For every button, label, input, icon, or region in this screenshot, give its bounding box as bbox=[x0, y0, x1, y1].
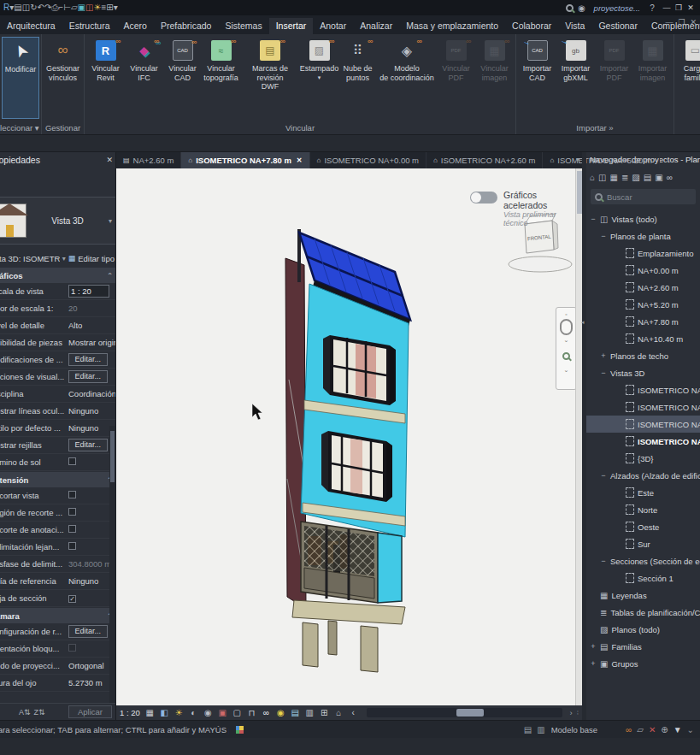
collapse-icon[interactable]: − bbox=[600, 557, 607, 565]
tree-item[interactable]: ≣Tablas de planificación/Cantidades (tod… bbox=[586, 604, 700, 621]
collapse-icon[interactable]: − bbox=[600, 471, 607, 480]
property-value[interactable]: Editar... bbox=[68, 370, 116, 383]
checkbox[interactable] bbox=[68, 508, 76, 516]
tree-item[interactable]: −Vistas 3D bbox=[586, 364, 700, 381]
tree-item[interactable]: ISOMETRICO NA+2.60 m bbox=[586, 398, 700, 416]
property-value[interactable] bbox=[68, 285, 116, 298]
toggle-switch[interactable] bbox=[470, 192, 497, 203]
dwf-markup-button[interactable]: ∞Marcas de revisión DWF bbox=[240, 37, 300, 91]
project-icon[interactable]: ⌂ bbox=[590, 173, 595, 182]
tree-item[interactable]: NA+5.20 m bbox=[586, 296, 700, 313]
link-revit-button[interactable]: ∞Vincular Revit bbox=[86, 37, 125, 82]
tree-item[interactable]: ISOMETRICO NA+7.80 m bbox=[586, 433, 700, 450]
navbar-pin-icon[interactable]: ▫ bbox=[565, 311, 567, 317]
property-value[interactable]: Coordinación bbox=[68, 389, 116, 398]
vertical-scrollbar[interactable] bbox=[575, 168, 582, 705]
collapse-icon[interactable]: ⌃ bbox=[107, 272, 113, 280]
chevron-down-icon[interactable]: ⌄ bbox=[564, 337, 569, 344]
view-tab[interactable]: ⌂ISOMETRICO NA+7.80 m✕ bbox=[181, 152, 309, 168]
links-icon[interactable]: ∞ bbox=[667, 173, 673, 182]
constraints-icon[interactable]: ⊞ bbox=[319, 708, 330, 717]
storefront[interactable] bbox=[301, 522, 402, 603]
sheets-icon[interactable]: ▨ bbox=[632, 173, 639, 182]
view-tab[interactable]: ⌂ISOMETRICO NA+5.20 m bbox=[543, 152, 659, 168]
instance-selector[interactable]: Vista 3D: ISOMETRICO NA+7.8 bbox=[0, 254, 60, 263]
drawing-area[interactable]: FRONTAL Gráficos acelerados Vista prelim… bbox=[116, 168, 582, 705]
view-tab-overflow-icon[interactable]: ▾ bbox=[576, 156, 579, 163]
chevron-down-icon[interactable]: ⌄ bbox=[564, 367, 569, 374]
tree-item[interactable]: NA+10.40 m bbox=[586, 330, 700, 347]
import-gbxml-button[interactable]: →Importar gbXML bbox=[556, 37, 595, 82]
views-icon[interactable]: ▦ bbox=[610, 173, 618, 182]
account-name[interactable]: proyectose... bbox=[594, 3, 640, 13]
edit-button[interactable]: Editar... bbox=[68, 353, 108, 366]
tree-item[interactable]: {3D} bbox=[586, 450, 700, 467]
visual-style-icon[interactable]: ◧ bbox=[159, 708, 170, 717]
ribbon-tab-masa-y-emplazamiento[interactable]: Masa y emplazamiento bbox=[399, 18, 505, 34]
sync-icon[interactable]: ↻ bbox=[30, 3, 37, 12]
type-selector[interactable]: Vista 3D ▾ bbox=[0, 197, 116, 245]
edit-button[interactable]: Editar... bbox=[68, 625, 108, 638]
zoom-icon[interactable] bbox=[562, 352, 570, 360]
doc-close-icon[interactable]: ✕ bbox=[690, 18, 697, 27]
property-value[interactable]: Editar... bbox=[68, 353, 116, 366]
tag-icon[interactable]: ▱ bbox=[71, 3, 78, 12]
search-icon[interactable] bbox=[566, 4, 574, 12]
worksets-icon[interactable]: ∞ bbox=[626, 725, 632, 734]
ribbon-tab-prefabricado[interactable]: Prefabricado bbox=[154, 18, 219, 34]
view-tab[interactable]: ⌂ISOMETRICO NA+0.00 m bbox=[310, 152, 426, 168]
ribbon-tab-anotar[interactable]: Anotar bbox=[313, 18, 353, 34]
sort-grouped-icon[interactable]: Z⇅ bbox=[34, 708, 45, 717]
panel-splitter[interactable] bbox=[582, 152, 586, 720]
bay-window-lower[interactable] bbox=[321, 431, 392, 502]
design-options-icon[interactable]: ▱ bbox=[637, 725, 644, 734]
shadows-icon[interactable]: ◐ bbox=[188, 708, 199, 717]
collapse-icon[interactable]: − bbox=[600, 369, 607, 377]
search-input[interactable] bbox=[607, 192, 675, 202]
filter-caret-icon[interactable]: ⌄ bbox=[687, 725, 694, 734]
temporary-view-properties-icon[interactable]: ▤ bbox=[290, 708, 301, 717]
horizontal-scrollbar[interactable] bbox=[367, 708, 562, 717]
edit-button[interactable]: Editar... bbox=[68, 370, 108, 383]
tree-item[interactable]: +▣Grupos bbox=[586, 655, 700, 672]
restore-icon[interactable]: ❐ bbox=[673, 3, 685, 12]
schedules-icon[interactable]: ≣ bbox=[621, 173, 628, 182]
resize-grip-icon[interactable]: ⁞ bbox=[577, 709, 579, 717]
load-family-button[interactable]: ↓Cargar familia bbox=[676, 37, 700, 82]
open-icon[interactable]: ▤ bbox=[14, 3, 21, 12]
edit-button[interactable]: Editar... bbox=[68, 439, 108, 451]
manage-links-button[interactable]: Gestionar vínculos bbox=[44, 37, 82, 82]
rendering-dialog-icon[interactable]: ◉ bbox=[203, 708, 214, 717]
checkbox[interactable] bbox=[68, 542, 76, 550]
ribbon-tab-arquitectura[interactable]: Arquitectura bbox=[0, 18, 62, 34]
avatar-icon[interactable]: ◉ bbox=[575, 3, 589, 13]
minimize-icon[interactable]: — bbox=[661, 3, 673, 12]
doc-minimize-icon[interactable]: — bbox=[665, 18, 673, 27]
collapse-icon[interactable]: − bbox=[590, 215, 597, 223]
panel-label[interactable]: Vincular bbox=[85, 121, 515, 134]
model-3d-view[interactable]: FRONTAL bbox=[116, 168, 582, 705]
tree-item[interactable]: +Planos de techo bbox=[586, 347, 700, 364]
temporary-hide-isolate-icon[interactable]: ∞ bbox=[261, 708, 272, 717]
save-icon[interactable]: ◫ bbox=[22, 3, 30, 12]
families-icon[interactable]: ▤ bbox=[644, 173, 651, 182]
tree-item[interactable]: NA+0.00 m bbox=[586, 262, 700, 279]
tree-item[interactable]: ISOMETRICO NA+5.20 m bbox=[586, 416, 700, 433]
select-toggle-icon[interactable]: ⊕ bbox=[661, 725, 668, 734]
ribbon-tab-acero[interactable]: Acero bbox=[116, 18, 153, 34]
switch-windows-icon[interactable]: ⊞ bbox=[106, 3, 113, 12]
navigation-bar[interactable]: ▫ ⌄ ⌄ bbox=[556, 307, 577, 390]
expand-icon[interactable]: + bbox=[600, 351, 607, 360]
panel-label[interactable]: Importar » bbox=[516, 121, 674, 134]
tree-item[interactable]: −Alzados (Alzado de edificio) bbox=[586, 467, 700, 484]
tree-item[interactable]: +▤Familias bbox=[586, 638, 700, 655]
view-tab[interactable]: ▤NA+2.60 m bbox=[116, 152, 181, 168]
tree-item[interactable]: Oeste bbox=[586, 518, 700, 535]
collapse-chevron-icon[interactable]: ‹ bbox=[348, 708, 359, 717]
tree-item[interactable]: NA+7.80 m bbox=[586, 313, 700, 330]
point-cloud-button[interactable]: ∞Nube de puntos bbox=[338, 37, 377, 82]
building-facade[interactable] bbox=[301, 284, 409, 537]
property-value[interactable]: Ninguno bbox=[68, 406, 116, 416]
filter-icon[interactable]: ▼ bbox=[674, 725, 682, 734]
section-header[interactable]: Gráficos⌃ bbox=[0, 268, 116, 283]
